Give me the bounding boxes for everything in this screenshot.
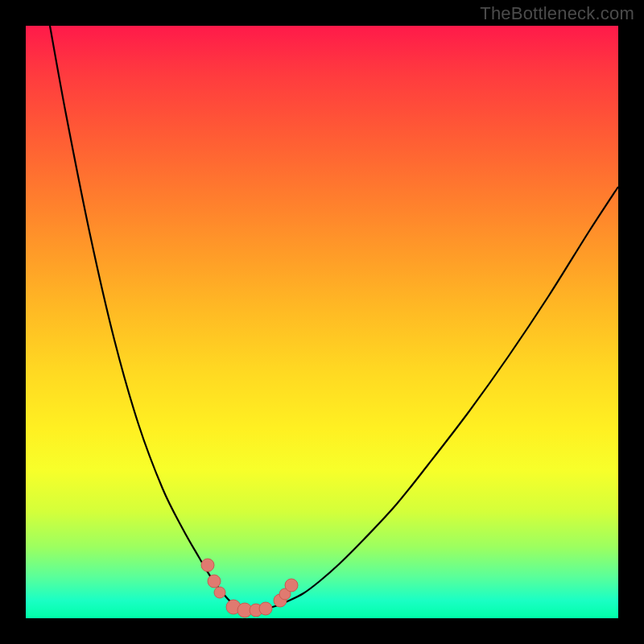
- data-dot: [214, 587, 225, 598]
- data-dot: [201, 559, 214, 572]
- data-dot: [285, 579, 298, 592]
- data-dot: [259, 602, 272, 615]
- attribution-text: TheBottleneck.com: [480, 3, 634, 24]
- data-dots-group: [201, 559, 298, 617]
- chart-svg: [26, 26, 618, 618]
- curve-right-branch: [267, 187, 618, 608]
- curve-left-branch: [50, 26, 239, 608]
- data-dot: [208, 575, 221, 588]
